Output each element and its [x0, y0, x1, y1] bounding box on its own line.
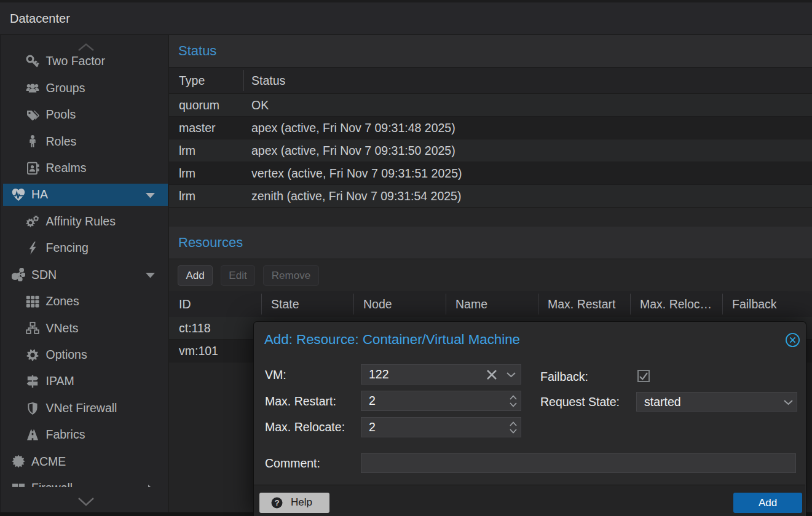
svg-text:?: ? — [274, 498, 279, 507]
